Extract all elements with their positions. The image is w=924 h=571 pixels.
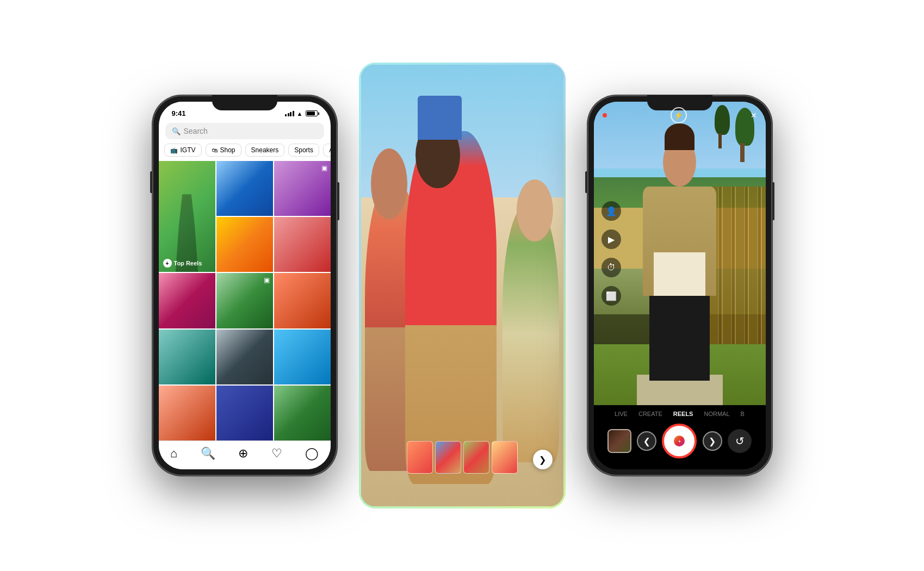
head-right — [517, 179, 553, 241]
dancer-center — [405, 131, 496, 485]
status-time: 9:41 — [172, 109, 186, 117]
gallery-thumbnail[interactable] — [607, 429, 631, 453]
pill-igtv[interactable]: 📺 IGTV — [164, 144, 202, 157]
chevron-right-icon: ❯ — [709, 436, 716, 446]
notch — [212, 95, 277, 110]
shutter-inner: + — [674, 436, 685, 446]
grid-cell-1[interactable]: Top Reels — [159, 161, 215, 272]
camera-view: ⚡ ✕ 👤 ▶ ⏱ ⬜ — [594, 102, 766, 405]
hat — [418, 96, 462, 140]
reel-video[interactable]: ❯ — [361, 65, 563, 506]
filter-pills: 📺 IGTV 🛍 Shop Sneakers Sports Architect — [159, 144, 331, 161]
grid-cell-5[interactable] — [274, 217, 331, 272]
controls-row: ❯ + ❯ — [594, 419, 766, 469]
reel-screen: ❯ — [361, 65, 563, 506]
phone-explore: 9:41 ▲ 🔍 Search 📺 — [152, 95, 337, 476]
grid-cell-10[interactable] — [216, 330, 273, 384]
shop-icon: 🛍 — [212, 147, 218, 153]
mode-normal[interactable]: NORMAL — [698, 411, 735, 417]
reel-next-button[interactable]: ❯ — [533, 450, 553, 469]
reels-badge-2: ▣ — [264, 276, 270, 284]
grid-cell-2[interactable] — [216, 161, 273, 216]
grid-cell-14[interactable] — [274, 386, 331, 440]
explore-grid: Top Reels ▣ ▣ — [159, 161, 331, 440]
nav-search-icon[interactable]: 🔍 — [201, 446, 215, 461]
grid-cell-7[interactable]: ▣ — [216, 273, 273, 328]
record-indicator — [603, 113, 607, 117]
pill-architect[interactable]: Architect — [323, 144, 331, 157]
pill-shop[interactable]: 🛍 Shop — [206, 144, 241, 157]
grid-cell-6[interactable] — [159, 273, 215, 328]
mode-boomerang[interactable]: B — [735, 411, 750, 417]
cam-person — [637, 138, 723, 381]
reels-badge: ▣ — [321, 164, 327, 172]
thumb-1[interactable] — [407, 441, 433, 474]
flip-camera-button[interactable]: ↺ — [728, 429, 752, 453]
reel-gradient-border: ❯ — [359, 63, 566, 508]
mode-reels[interactable]: REELS — [668, 411, 699, 417]
phone-reel: ❯ — [359, 63, 566, 508]
grid-cell-13[interactable] — [216, 386, 273, 440]
nav-add-icon[interactable]: ⊕ — [238, 446, 248, 461]
camera-background: ⚡ ✕ 👤 ▶ ⏱ ⬜ — [594, 102, 766, 405]
side-controls: 👤 ▶ ⏱ ⬜ — [601, 201, 621, 306]
main-scene: 9:41 ▲ 🔍 Search 📺 — [0, 0, 924, 571]
search-bar[interactable]: 🔍 Search — [165, 123, 324, 139]
search-placeholder: Search — [184, 127, 208, 135]
mode-strip: LIVE CREATE REELS NORMAL B — [594, 405, 766, 419]
sticker-icon[interactable]: 👤 — [601, 201, 621, 221]
wifi-icon: ▲ — [297, 110, 303, 117]
cam-person-legs — [649, 296, 710, 381]
pill-sports[interactable]: Sports — [288, 144, 319, 157]
grid-cell-9[interactable] — [159, 330, 215, 384]
close-icon[interactable]: ✕ — [751, 111, 757, 120]
shutter-button[interactable]: + — [662, 424, 697, 458]
phone-explore-screen: 9:41 ▲ 🔍 Search 📺 — [159, 102, 331, 469]
top-reels-label: Top Reels — [163, 259, 202, 268]
timer-icon[interactable]: ▶ — [601, 229, 621, 249]
mode-live[interactable]: LIVE — [609, 411, 633, 417]
battery-icon — [306, 110, 318, 116]
igtv-icon: 📺 — [170, 147, 178, 154]
thumb-4[interactable] — [492, 441, 518, 474]
layers-icon[interactable]: ⬜ — [601, 286, 621, 306]
flash-icon[interactable]: ⚡ — [671, 107, 687, 123]
camera-bottom: LIVE CREATE REELS NORMAL B ❯ — [594, 405, 766, 469]
camera-top-bar: ⚡ ✕ — [594, 102, 766, 129]
grid-cell-8[interactable] — [274, 273, 331, 328]
grid-cell-3[interactable]: ▣ — [274, 161, 331, 216]
head-left — [371, 148, 407, 219]
next-button[interactable]: ❯ — [703, 431, 722, 451]
status-icons: ▲ — [285, 110, 317, 117]
nav-home-icon[interactable]: ⌂ — [170, 446, 177, 461]
chevron-left-icon: ❯ — [643, 436, 650, 446]
grid-cell-12[interactable] — [159, 386, 215, 440]
mode-create[interactable]: CREATE — [633, 411, 668, 417]
flip-icon: ↺ — [735, 435, 745, 448]
thumb-3[interactable] — [463, 441, 489, 474]
clock-icon[interactable]: ⏱ — [601, 258, 621, 277]
phone-camera: ⚡ ✕ 👤 ▶ ⏱ ⬜ LIVE CREATE — [587, 95, 772, 476]
grid-cell-11[interactable] — [274, 330, 331, 384]
reel-add-icon — [163, 259, 172, 268]
prev-button[interactable]: ❯ — [637, 431, 656, 451]
reel-thumbnails — [407, 441, 518, 474]
signal-bars-icon — [285, 111, 294, 116]
nav-heart-icon[interactable]: ♡ — [271, 446, 282, 461]
dancer-right — [503, 206, 559, 462]
thumb-2[interactable] — [435, 441, 461, 474]
bottom-nav: ⌂ 🔍 ⊕ ♡ ◯ — [159, 440, 331, 469]
camera-screen: ⚡ ✕ 👤 ▶ ⏱ ⬜ LIVE CREATE — [594, 102, 766, 469]
nav-profile-icon[interactable]: ◯ — [305, 446, 319, 461]
grid-cell-4[interactable] — [216, 217, 273, 272]
search-icon: 🔍 — [172, 127, 181, 135]
pill-sneakers[interactable]: Sneakers — [245, 144, 285, 157]
